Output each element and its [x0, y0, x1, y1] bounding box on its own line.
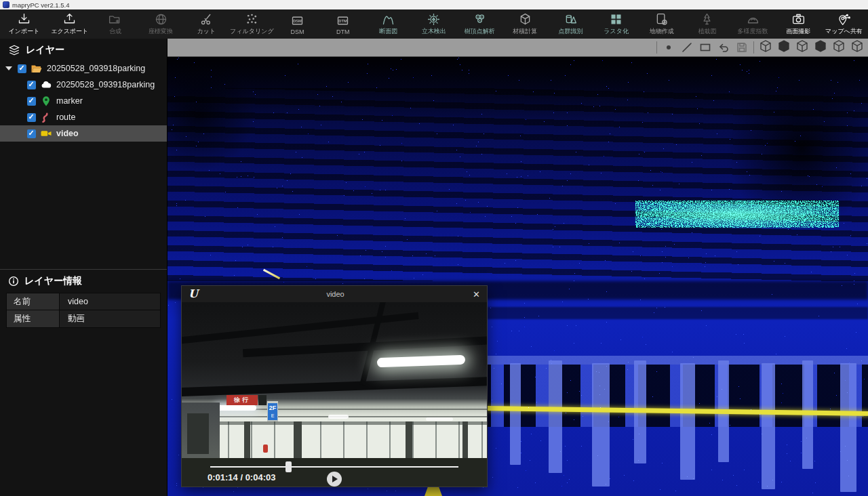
- toolbar-share-map[interactable]: マップへ共有: [821, 9, 867, 39]
- ceiling-beam: [182, 312, 419, 346]
- diversity-dome-icon: [746, 12, 760, 26]
- close-icon[interactable]: ✕: [473, 289, 480, 299]
- camera-icon: [791, 12, 806, 26]
- view-cube-icon: [759, 39, 772, 53]
- toolbar-export[interactable]: エクスポート: [47, 9, 92, 39]
- toolbar-rasterize[interactable]: ラスタ化: [593, 9, 639, 39]
- sidebar: レイヤー 20250528_093918parking 20250528_093…: [0, 39, 167, 496]
- play-button[interactable]: [327, 472, 342, 487]
- classify-icon: [564, 12, 578, 26]
- toolbar-screenshot[interactable]: 画面撮影: [776, 9, 821, 39]
- right-dark-band: [487, 307, 868, 319]
- undo-icon: [717, 41, 730, 54]
- merge-folder-icon: [108, 12, 122, 26]
- layers-panel-header: レイヤー: [0, 39, 167, 60]
- layer-checkbox[interactable]: [27, 81, 36, 89]
- view-cube-4[interactable]: [814, 39, 827, 56]
- window-strip: [182, 421, 487, 458]
- globe-icon: [154, 12, 168, 26]
- toolbar-cross-section[interactable]: 断面図: [366, 9, 411, 39]
- toolbar-separator: [753, 41, 754, 54]
- layer-info-header: レイヤー情報: [0, 270, 167, 291]
- sign-panel: [258, 395, 267, 405]
- main-area: U video ✕ 徐行: [167, 39, 868, 496]
- layer-label: video: [56, 129, 79, 138]
- view-cube-1[interactable]: [759, 39, 772, 56]
- layer-label: route: [56, 112, 76, 122]
- layer-row-video[interactable]: video: [0, 125, 167, 142]
- pillar: [549, 360, 562, 473]
- view-cube-icon: [777, 39, 791, 53]
- layer-checkbox[interactable]: [27, 113, 36, 122]
- toolbar-dtm[interactable]: DTM DTM: [320, 9, 366, 39]
- toolbar-label: 樹頂点解析: [465, 27, 495, 36]
- toolbar-merge[interactable]: 合成: [92, 9, 138, 39]
- toolbar-classify[interactable]: 点群識別: [548, 9, 593, 39]
- view-cube-icon: [832, 39, 846, 53]
- save-tool[interactable]: [735, 41, 749, 54]
- dtm-box-icon: DTM: [336, 14, 350, 28]
- window-title: mapryPC ver2.1.5.4: [12, 1, 69, 9]
- line-tool[interactable]: [680, 41, 694, 54]
- pillar: [840, 363, 856, 492]
- layer-info-title: レイヤー情報: [24, 275, 82, 287]
- point-tool[interactable]: [662, 41, 675, 54]
- chevron-down-icon[interactable]: [5, 66, 12, 70]
- toolbar-filtering[interactable]: フィルタリング: [229, 9, 275, 39]
- view-cube-6[interactable]: [850, 39, 864, 56]
- info-value: video: [60, 293, 160, 310]
- cross-section-icon: [381, 12, 395, 26]
- view-cube-5[interactable]: [832, 39, 846, 56]
- toolbar-treetop-analysis[interactable]: 樹頂点解析: [457, 9, 502, 39]
- layer-row-folder[interactable]: 20250528_093918parking: [0, 60, 167, 77]
- map-pin-icon: [40, 95, 52, 107]
- pillar: [762, 363, 775, 489]
- toolbar-feature-create[interactable]: 地物作成: [639, 9, 684, 39]
- tree-detect-icon: [427, 12, 441, 26]
- layer-row-route[interactable]: route: [0, 109, 167, 125]
- view-cube-3[interactable]: [795, 39, 809, 56]
- info-value: 動画: [60, 310, 160, 327]
- cloud-icon: [40, 79, 52, 91]
- info-row-attribute: 属性 動画: [7, 310, 160, 327]
- draw-toolbar: [167, 39, 868, 57]
- dsm-box-icon: DSM: [290, 14, 304, 28]
- toolbar-diversity-index[interactable]: 多様度指数: [730, 9, 776, 39]
- toolbar-volume-calc[interactable]: 材積計算: [502, 9, 548, 39]
- layer-checkbox[interactable]: [27, 97, 36, 106]
- toolbar-tree-detect[interactable]: 立木検出: [411, 9, 456, 39]
- route-icon: [40, 111, 52, 123]
- layer-row-pointcloud[interactable]: 20250528_093918parking: [0, 77, 167, 93]
- toolbar-label: フィルタリング: [230, 27, 273, 36]
- layer-row-marker[interactable]: marker: [0, 93, 167, 109]
- seek-handle[interactable]: [285, 461, 292, 472]
- video-window-titlebar[interactable]: U video ✕: [182, 286, 487, 302]
- strip-pillar: [244, 421, 250, 458]
- toolbar-coordinate-convert[interactable]: 座標変換: [138, 9, 183, 39]
- treetop-icon: [473, 12, 487, 26]
- layer-checkbox[interactable]: [27, 129, 36, 138]
- toolbar-cut[interactable]: カット: [184, 9, 229, 39]
- undo-tool[interactable]: [717, 41, 730, 54]
- pillar: [510, 363, 521, 465]
- toolbar-label: 座標変換: [149, 27, 173, 36]
- video-camera-icon: [40, 127, 52, 140]
- ceiling-beam: [182, 377, 487, 397]
- pointcloud-viewport[interactable]: U video ✕ 徐行: [167, 57, 868, 496]
- toolbar-dsm[interactable]: DSM DSM: [275, 9, 320, 39]
- ceiling-beam: [243, 334, 487, 357]
- layer-checkbox[interactable]: [18, 64, 26, 73]
- view-cube-icon: [795, 39, 809, 53]
- rect-tool[interactable]: [698, 41, 712, 54]
- seek-bar[interactable]: [210, 466, 458, 468]
- view-cube-2[interactable]: [777, 39, 791, 56]
- toolbar-planting-map[interactable]: 植栽図: [684, 9, 730, 39]
- view-cube-icon: [814, 39, 827, 53]
- toolbar-import[interactable]: インポート: [1, 9, 47, 39]
- info-row-name: 名前 video: [7, 293, 160, 310]
- svg-text:DSM: DSM: [293, 18, 302, 22]
- layers-icon: [8, 44, 20, 56]
- strip-pillar: [462, 421, 468, 458]
- map-share-icon: [837, 12, 851, 26]
- info-label: 名前: [7, 293, 60, 310]
